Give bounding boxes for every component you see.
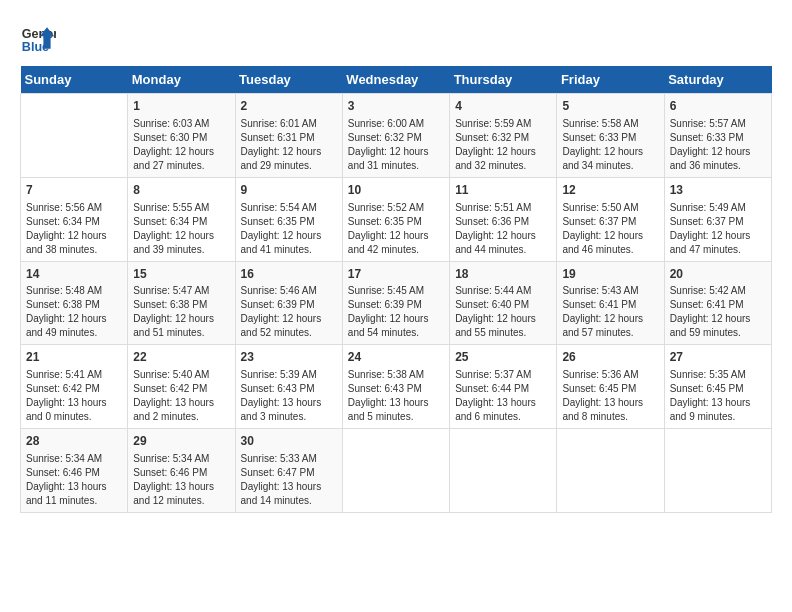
- day-cell: 19Sunrise: 5:43 AM Sunset: 6:41 PM Dayli…: [557, 261, 664, 345]
- day-cell: 18Sunrise: 5:44 AM Sunset: 6:40 PM Dayli…: [450, 261, 557, 345]
- day-info: Sunrise: 6:00 AM Sunset: 6:32 PM Dayligh…: [348, 117, 444, 173]
- day-cell: 15Sunrise: 5:47 AM Sunset: 6:38 PM Dayli…: [128, 261, 235, 345]
- day-cell: 9Sunrise: 5:54 AM Sunset: 6:35 PM Daylig…: [235, 177, 342, 261]
- day-info: Sunrise: 5:58 AM Sunset: 6:33 PM Dayligh…: [562, 117, 658, 173]
- day-info: Sunrise: 5:36 AM Sunset: 6:45 PM Dayligh…: [562, 368, 658, 424]
- day-cell: 26Sunrise: 5:36 AM Sunset: 6:45 PM Dayli…: [557, 345, 664, 429]
- day-number: 3: [348, 98, 444, 115]
- day-number: 28: [26, 433, 122, 450]
- day-number: 5: [562, 98, 658, 115]
- day-info: Sunrise: 5:46 AM Sunset: 6:39 PM Dayligh…: [241, 284, 337, 340]
- day-number: 15: [133, 266, 229, 283]
- day-cell: 23Sunrise: 5:39 AM Sunset: 6:43 PM Dayli…: [235, 345, 342, 429]
- day-info: Sunrise: 5:42 AM Sunset: 6:41 PM Dayligh…: [670, 284, 766, 340]
- day-cell: 10Sunrise: 5:52 AM Sunset: 6:35 PM Dayli…: [342, 177, 449, 261]
- day-number: 25: [455, 349, 551, 366]
- day-info: Sunrise: 5:41 AM Sunset: 6:42 PM Dayligh…: [26, 368, 122, 424]
- day-number: 9: [241, 182, 337, 199]
- logo: General Blue: [20, 20, 56, 56]
- day-info: Sunrise: 5:50 AM Sunset: 6:37 PM Dayligh…: [562, 201, 658, 257]
- day-info: Sunrise: 5:44 AM Sunset: 6:40 PM Dayligh…: [455, 284, 551, 340]
- day-info: Sunrise: 5:52 AM Sunset: 6:35 PM Dayligh…: [348, 201, 444, 257]
- day-cell: 13Sunrise: 5:49 AM Sunset: 6:37 PM Dayli…: [664, 177, 771, 261]
- day-cell: [557, 429, 664, 513]
- day-cell: 24Sunrise: 5:38 AM Sunset: 6:43 PM Dayli…: [342, 345, 449, 429]
- day-number: 16: [241, 266, 337, 283]
- day-cell: [342, 429, 449, 513]
- day-cell: [664, 429, 771, 513]
- day-number: 14: [26, 266, 122, 283]
- day-cell: 22Sunrise: 5:40 AM Sunset: 6:42 PM Dayli…: [128, 345, 235, 429]
- day-number: 13: [670, 182, 766, 199]
- day-info: Sunrise: 5:35 AM Sunset: 6:45 PM Dayligh…: [670, 368, 766, 424]
- day-info: Sunrise: 6:01 AM Sunset: 6:31 PM Dayligh…: [241, 117, 337, 173]
- day-info: Sunrise: 5:56 AM Sunset: 6:34 PM Dayligh…: [26, 201, 122, 257]
- day-number: 12: [562, 182, 658, 199]
- day-number: 27: [670, 349, 766, 366]
- week-row-2: 7Sunrise: 5:56 AM Sunset: 6:34 PM Daylig…: [21, 177, 772, 261]
- column-header-friday: Friday: [557, 66, 664, 94]
- day-cell: 5Sunrise: 5:58 AM Sunset: 6:33 PM Daylig…: [557, 94, 664, 178]
- day-number: 24: [348, 349, 444, 366]
- day-cell: 30Sunrise: 5:33 AM Sunset: 6:47 PM Dayli…: [235, 429, 342, 513]
- day-number: 21: [26, 349, 122, 366]
- column-header-wednesday: Wednesday: [342, 66, 449, 94]
- day-cell: 21Sunrise: 5:41 AM Sunset: 6:42 PM Dayli…: [21, 345, 128, 429]
- day-cell: 1Sunrise: 6:03 AM Sunset: 6:30 PM Daylig…: [128, 94, 235, 178]
- day-info: Sunrise: 6:03 AM Sunset: 6:30 PM Dayligh…: [133, 117, 229, 173]
- day-number: 18: [455, 266, 551, 283]
- day-info: Sunrise: 5:34 AM Sunset: 6:46 PM Dayligh…: [26, 452, 122, 508]
- day-number: 30: [241, 433, 337, 450]
- day-info: Sunrise: 5:33 AM Sunset: 6:47 PM Dayligh…: [241, 452, 337, 508]
- day-number: 29: [133, 433, 229, 450]
- day-info: Sunrise: 5:55 AM Sunset: 6:34 PM Dayligh…: [133, 201, 229, 257]
- day-cell: 4Sunrise: 5:59 AM Sunset: 6:32 PM Daylig…: [450, 94, 557, 178]
- day-info: Sunrise: 5:54 AM Sunset: 6:35 PM Dayligh…: [241, 201, 337, 257]
- calendar-header: SundayMondayTuesdayWednesdayThursdayFrid…: [21, 66, 772, 94]
- page-header: General Blue: [20, 20, 772, 56]
- day-cell: 28Sunrise: 5:34 AM Sunset: 6:46 PM Dayli…: [21, 429, 128, 513]
- day-number: 17: [348, 266, 444, 283]
- day-cell: 8Sunrise: 5:55 AM Sunset: 6:34 PM Daylig…: [128, 177, 235, 261]
- day-info: Sunrise: 5:47 AM Sunset: 6:38 PM Dayligh…: [133, 284, 229, 340]
- day-number: 4: [455, 98, 551, 115]
- day-number: 20: [670, 266, 766, 283]
- column-header-thursday: Thursday: [450, 66, 557, 94]
- day-cell: [450, 429, 557, 513]
- day-number: 23: [241, 349, 337, 366]
- week-row-4: 21Sunrise: 5:41 AM Sunset: 6:42 PM Dayli…: [21, 345, 772, 429]
- calendar-body: 1Sunrise: 6:03 AM Sunset: 6:30 PM Daylig…: [21, 94, 772, 513]
- day-cell: 12Sunrise: 5:50 AM Sunset: 6:37 PM Dayli…: [557, 177, 664, 261]
- column-header-monday: Monday: [128, 66, 235, 94]
- day-number: 19: [562, 266, 658, 283]
- day-number: 8: [133, 182, 229, 199]
- day-number: 22: [133, 349, 229, 366]
- day-cell: 17Sunrise: 5:45 AM Sunset: 6:39 PM Dayli…: [342, 261, 449, 345]
- week-row-1: 1Sunrise: 6:03 AM Sunset: 6:30 PM Daylig…: [21, 94, 772, 178]
- day-number: 11: [455, 182, 551, 199]
- day-cell: 27Sunrise: 5:35 AM Sunset: 6:45 PM Dayli…: [664, 345, 771, 429]
- day-number: 26: [562, 349, 658, 366]
- day-cell: 20Sunrise: 5:42 AM Sunset: 6:41 PM Dayli…: [664, 261, 771, 345]
- day-number: 10: [348, 182, 444, 199]
- day-number: 2: [241, 98, 337, 115]
- column-header-saturday: Saturday: [664, 66, 771, 94]
- day-info: Sunrise: 5:48 AM Sunset: 6:38 PM Dayligh…: [26, 284, 122, 340]
- column-header-sunday: Sunday: [21, 66, 128, 94]
- day-info: Sunrise: 5:59 AM Sunset: 6:32 PM Dayligh…: [455, 117, 551, 173]
- day-number: 6: [670, 98, 766, 115]
- day-cell: [21, 94, 128, 178]
- day-info: Sunrise: 5:37 AM Sunset: 6:44 PM Dayligh…: [455, 368, 551, 424]
- week-row-3: 14Sunrise: 5:48 AM Sunset: 6:38 PM Dayli…: [21, 261, 772, 345]
- header-row: SundayMondayTuesdayWednesdayThursdayFrid…: [21, 66, 772, 94]
- day-cell: 11Sunrise: 5:51 AM Sunset: 6:36 PM Dayli…: [450, 177, 557, 261]
- logo-icon: General Blue: [20, 20, 56, 56]
- day-cell: 3Sunrise: 6:00 AM Sunset: 6:32 PM Daylig…: [342, 94, 449, 178]
- week-row-5: 28Sunrise: 5:34 AM Sunset: 6:46 PM Dayli…: [21, 429, 772, 513]
- column-header-tuesday: Tuesday: [235, 66, 342, 94]
- day-number: 1: [133, 98, 229, 115]
- day-info: Sunrise: 5:49 AM Sunset: 6:37 PM Dayligh…: [670, 201, 766, 257]
- day-number: 7: [26, 182, 122, 199]
- day-info: Sunrise: 5:51 AM Sunset: 6:36 PM Dayligh…: [455, 201, 551, 257]
- day-cell: 25Sunrise: 5:37 AM Sunset: 6:44 PM Dayli…: [450, 345, 557, 429]
